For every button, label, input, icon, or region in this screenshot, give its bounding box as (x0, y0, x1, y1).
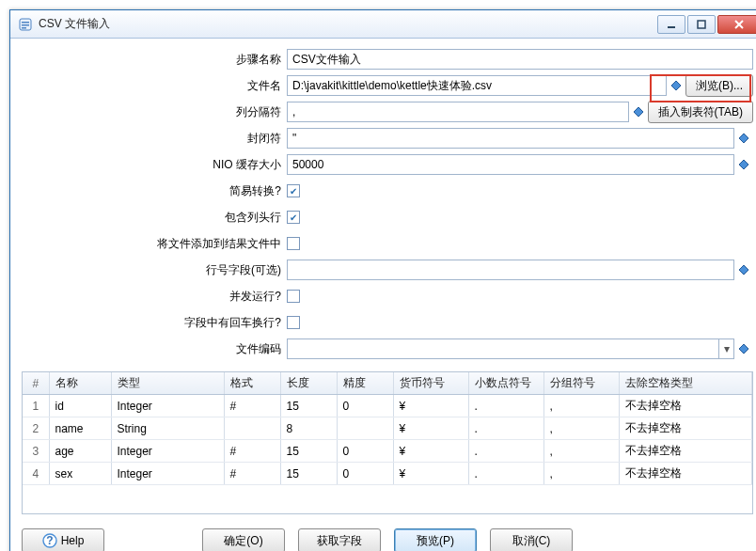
fields-table: # 名称 类型 格式 长度 精度 货币符号 小数点符号 分组符号 去除空格类型 … (22, 371, 753, 514)
cell-currency[interactable]: ¥ (393, 463, 468, 485)
col-group[interactable]: 分组符号 (543, 372, 619, 395)
newline-checkbox[interactable] (287, 316, 300, 329)
svg-marker-10 (739, 134, 748, 143)
cell-trim[interactable]: 不去掉空格 (619, 463, 752, 485)
variable-icon[interactable] (633, 106, 644, 118)
header-label: 包含列头行 (22, 210, 287, 226)
parallel-checkbox[interactable] (287, 290, 300, 303)
table-row[interactable]: 3ageInteger#150¥.,不去掉空格 (23, 440, 752, 463)
cell-decimal[interactable]: . (468, 463, 543, 485)
header-checkbox[interactable] (287, 211, 300, 224)
svg-marker-11 (739, 160, 748, 169)
variable-icon[interactable] (670, 80, 682, 91)
close-button[interactable] (717, 15, 756, 34)
minimize-button[interactable] (657, 15, 685, 34)
variable-icon[interactable] (738, 133, 749, 144)
cell-trim[interactable]: 不去掉空格 (619, 440, 752, 463)
col-format[interactable]: 格式 (224, 372, 280, 395)
cell-currency[interactable]: ¥ (393, 417, 468, 440)
cell-trim[interactable]: 不去掉空格 (619, 417, 752, 440)
col-length[interactable]: 长度 (280, 372, 337, 395)
cell-format[interactable] (224, 417, 280, 440)
app-icon (18, 17, 33, 32)
step-name-input[interactable] (287, 49, 753, 70)
maximize-button[interactable] (687, 15, 716, 34)
cell-precision[interactable]: 0 (337, 440, 393, 463)
cell-idx[interactable]: 1 (23, 395, 49, 417)
cell-group[interactable]: , (543, 463, 619, 485)
add-result-checkbox[interactable] (287, 237, 300, 250)
table-header-row: # 名称 类型 格式 长度 精度 货币符号 小数点符号 分组符号 去除空格类型 (23, 372, 752, 395)
svg-rect-4 (668, 26, 675, 28)
rownum-input[interactable] (287, 260, 734, 280)
variable-icon[interactable] (738, 343, 749, 354)
svg-text:?: ? (46, 534, 53, 547)
col-hash[interactable]: # (23, 372, 49, 395)
cell-name[interactable]: name (49, 417, 111, 440)
delimiter-input[interactable] (287, 102, 629, 122)
cell-decimal[interactable]: . (468, 395, 543, 417)
cell-group[interactable]: , (543, 395, 619, 417)
cell-format[interactable]: # (224, 395, 280, 417)
table-row[interactable]: 4sexInteger#150¥.,不去掉空格 (23, 463, 752, 485)
enclosure-label: 封闭符 (22, 131, 287, 147)
cell-precision[interactable]: 0 (337, 395, 393, 417)
cell-decimal[interactable]: . (468, 440, 543, 463)
cell-type[interactable]: Integer (111, 440, 224, 463)
col-trim[interactable]: 去除空格类型 (619, 372, 752, 395)
cell-precision[interactable] (337, 417, 393, 440)
cell-trim[interactable]: 不去掉空格 (619, 395, 752, 417)
content-area: 步骤名称 文件名 浏览(B)... 列分隔符 插入制表符(TAB) (10, 39, 756, 522)
cell-length[interactable]: 15 (280, 395, 337, 417)
cell-name[interactable]: id (49, 395, 111, 417)
variable-icon[interactable] (738, 159, 749, 170)
cell-type[interactable]: Integer (111, 395, 224, 417)
rownum-label: 行号字段(可选) (22, 262, 287, 278)
cell-precision[interactable]: 0 (337, 463, 393, 485)
cell-decimal[interactable]: . (468, 417, 543, 440)
newline-label: 字段中有回车换行? (22, 315, 287, 331)
ok-button[interactable]: 确定(O) (202, 528, 285, 551)
delimiter-label: 列分隔符 (22, 104, 287, 120)
cell-group[interactable]: , (543, 417, 619, 440)
encoding-label: 文件编码 (22, 341, 287, 357)
file-name-input[interactable] (287, 75, 667, 96)
cell-type[interactable]: String (111, 417, 224, 440)
cell-name[interactable]: sex (49, 463, 111, 485)
cancel-button[interactable]: 取消(C) (490, 528, 573, 551)
cell-group[interactable]: , (543, 440, 619, 463)
cell-idx[interactable]: 2 (23, 417, 49, 440)
col-currency[interactable]: 货币符号 (393, 372, 468, 395)
get-fields-button[interactable]: 获取字段 (298, 528, 381, 551)
cell-currency[interactable]: ¥ (393, 395, 468, 417)
table-row[interactable]: 2nameString8¥.,不去掉空格 (23, 417, 752, 440)
nio-buffer-input[interactable] (287, 154, 734, 175)
cell-idx[interactable]: 3 (23, 440, 49, 463)
cell-format[interactable]: # (224, 440, 280, 463)
window-title: CSV 文件输入 (39, 16, 655, 32)
col-name[interactable]: 名称 (49, 372, 111, 395)
variable-icon[interactable] (738, 264, 749, 276)
svg-rect-5 (698, 21, 705, 28)
lazy-checkbox[interactable] (287, 184, 300, 197)
cell-idx[interactable]: 4 (23, 463, 49, 485)
table-row[interactable]: 1idInteger#150¥.,不去掉空格 (23, 395, 752, 417)
cell-format[interactable]: # (224, 463, 280, 485)
cell-currency[interactable]: ¥ (393, 440, 468, 463)
cell-length[interactable]: 8 (280, 417, 337, 440)
insert-tab-button[interactable]: 插入制表符(TAB) (648, 101, 753, 123)
col-precision[interactable]: 精度 (337, 372, 393, 395)
svg-rect-3 (22, 27, 26, 29)
col-decimal[interactable]: 小数点符号 (468, 372, 543, 395)
help-button[interactable]: ? Help (22, 528, 104, 551)
col-type[interactable]: 类型 (111, 372, 224, 395)
cell-name[interactable]: age (49, 440, 111, 463)
preview-button[interactable]: 预览(P) (394, 528, 477, 551)
cell-length[interactable]: 15 (280, 463, 337, 485)
cell-length[interactable]: 15 (280, 440, 337, 463)
cell-type[interactable]: Integer (111, 463, 224, 485)
button-bar: ? Help 确定(O) 获取字段 预览(P) 取消(C) (10, 522, 756, 551)
encoding-select[interactable]: ▾ (287, 338, 734, 359)
enclosure-input[interactable] (287, 128, 734, 149)
browse-button[interactable]: 浏览(B)... (685, 74, 753, 97)
